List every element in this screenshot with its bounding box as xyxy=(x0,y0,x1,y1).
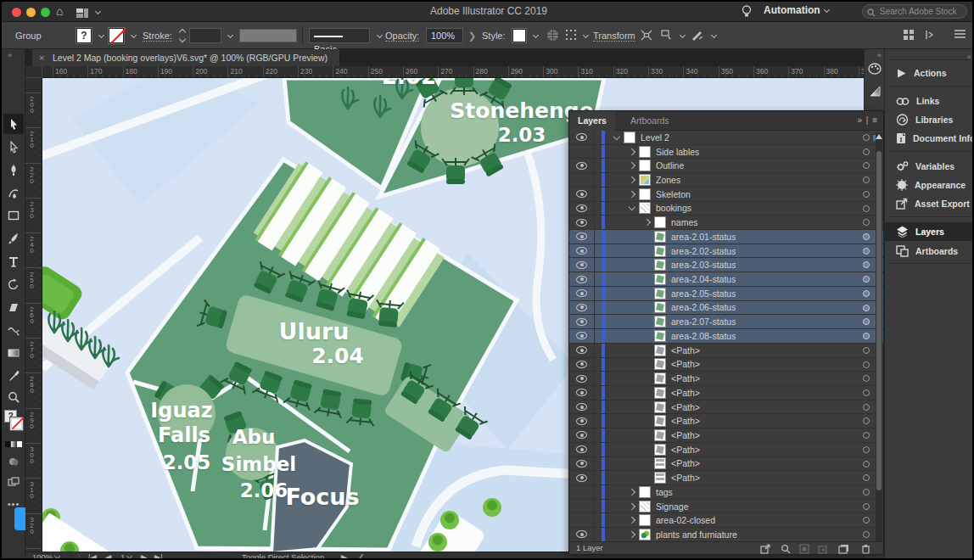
play-hint-icon[interactable]: ▶ xyxy=(341,552,347,560)
pen-tool[interactable] xyxy=(3,160,24,180)
visibility-eye-icon[interactable] xyxy=(569,315,595,328)
layer-target-circle[interactable] xyxy=(863,503,870,510)
fill-stroke-proxy[interactable]: ? xyxy=(4,410,23,432)
new-sublayer-icon[interactable] xyxy=(817,543,829,554)
color-panel-icon[interactable] xyxy=(867,61,882,76)
curvature-tool[interactable] xyxy=(3,182,24,203)
layer-row[interactable]: <Path> xyxy=(569,344,883,358)
dock-item-layers[interactable]: Layers xyxy=(885,222,974,241)
visibility-empty-cell[interactable] xyxy=(569,485,595,499)
visibility-eye-icon[interactable] xyxy=(569,414,595,428)
layer-label[interactable]: area-2.06-status xyxy=(671,302,736,312)
layer-target-circle[interactable] xyxy=(863,219,870,226)
layer-thumbnail[interactable] xyxy=(654,301,666,313)
layer-label[interactable]: area-2.03-status xyxy=(671,260,736,270)
layer-target-circle[interactable] xyxy=(863,248,870,255)
expand-chevron-icon[interactable] xyxy=(627,204,639,212)
eyedropper-tool[interactable] xyxy=(3,366,24,386)
tab-layers[interactable]: Layers xyxy=(569,111,615,131)
visibility-eye-icon[interactable] xyxy=(569,443,595,456)
rotate-tool[interactable] xyxy=(3,274,24,294)
gradient-panel-icon[interactable] xyxy=(867,83,882,98)
layer-label[interactable]: <Path> xyxy=(671,373,700,384)
tab-artboards[interactable]: Artboards xyxy=(622,111,678,131)
layer-thumbnail[interactable] xyxy=(654,273,666,285)
locate-object-icon[interactable] xyxy=(780,543,792,554)
layer-thumbnail[interactable] xyxy=(654,372,666,384)
layer-row[interactable]: Outline xyxy=(569,159,883,173)
layer-thumbnail[interactable] xyxy=(639,501,651,512)
layer-thumbnail[interactable] xyxy=(654,344,666,356)
layer-row[interactable]: <Path> xyxy=(569,386,883,400)
layer-thumbnail[interactable] xyxy=(654,288,666,300)
visibility-eye-icon[interactable] xyxy=(569,202,595,216)
layer-target-circle[interactable] xyxy=(863,162,870,169)
visibility-eye-icon[interactable] xyxy=(569,428,595,442)
stroke-weight-stepper[interactable] xyxy=(178,28,187,43)
dock-item-document-info[interactable]: Document Info xyxy=(885,129,974,148)
stroke-label[interactable]: Stroke: xyxy=(143,31,172,42)
dock-item-asset-export[interactable]: Asset Export xyxy=(885,194,974,213)
visibility-eye-icon[interactable] xyxy=(569,372,595,385)
fill-color-swatch[interactable]: ? xyxy=(76,28,92,43)
visibility-eye-icon[interactable] xyxy=(569,301,595,315)
eraser-tool[interactable] xyxy=(3,297,24,317)
layer-thumbnail[interactable] xyxy=(654,231,666,243)
layer-label[interactable]: <Path> xyxy=(671,402,700,412)
graphic-style-pen-icon[interactable] xyxy=(691,29,704,43)
expand-chevron-icon[interactable] xyxy=(612,133,624,142)
layer-target-circle[interactable] xyxy=(863,261,870,268)
layer-row[interactable]: <Path> xyxy=(569,457,883,472)
first-artboard-icon[interactable]: |◀ xyxy=(88,552,97,560)
layer-target-circle[interactable] xyxy=(863,375,870,382)
layer-row[interactable]: Zones xyxy=(569,173,883,188)
layer-label[interactable]: Skeleton xyxy=(656,189,691,199)
layer-row[interactable]: area-2.01-status xyxy=(569,230,883,244)
layer-row[interactable]: Skeleton xyxy=(569,188,883,202)
stroke-color-swatch[interactable] xyxy=(109,28,124,43)
layer-label[interactable]: names xyxy=(671,217,698,227)
visibility-eye-icon[interactable] xyxy=(569,457,595,471)
visibility-eye-icon[interactable] xyxy=(569,386,595,400)
expand-chevron-icon[interactable] xyxy=(627,176,639,184)
layer-thumbnail[interactable] xyxy=(654,444,666,456)
layers-scrollbar[interactable] xyxy=(876,132,882,541)
hint-back-icon[interactable]: ❮ xyxy=(358,552,365,560)
screen-mode-icon[interactable] xyxy=(3,472,24,492)
lightbulb-icon[interactable] xyxy=(742,5,752,21)
expand-chevron-icon[interactable] xyxy=(627,488,639,496)
workspace-dropdown[interactable]: Automation xyxy=(764,4,830,16)
dock-menu-icon[interactable] xyxy=(954,29,966,41)
layer-target-circle[interactable] xyxy=(863,333,870,339)
layer-row[interactable]: area-2.02-status xyxy=(569,244,883,259)
panel-menu-icon[interactable]: ≡ xyxy=(872,115,878,125)
layer-target-circle[interactable] xyxy=(863,446,870,453)
draw-mode-icon[interactable] xyxy=(3,451,24,472)
visibility-eye-icon[interactable] xyxy=(569,329,595,343)
layer-target-circle[interactable] xyxy=(863,205,870,212)
ruler-corner[interactable] xyxy=(25,66,42,78)
layer-label[interactable]: plants and furniature xyxy=(656,529,737,540)
document-tab[interactable]: × Level 2 Map (booking overlays)V6.svg* … xyxy=(32,49,340,66)
stroke-chevron-icon[interactable] xyxy=(131,33,137,39)
expand-chevron-icon[interactable] xyxy=(627,148,639,156)
layer-thumbnail[interactable] xyxy=(639,529,651,540)
scroll-up-icon[interactable] xyxy=(876,134,882,139)
layer-row[interactable]: <Path> xyxy=(569,414,883,428)
transform-link[interactable]: Transform xyxy=(593,31,635,42)
layer-label[interactable]: area-2.01-status xyxy=(671,232,736,242)
layer-row[interactable]: <Path> xyxy=(569,358,883,372)
shape-flag-icon[interactable] xyxy=(660,29,674,43)
layer-target-circle[interactable] xyxy=(863,404,870,411)
expand-chevron-icon[interactable] xyxy=(627,516,639,524)
layer-thumbnail[interactable] xyxy=(639,146,651,158)
layer-row[interactable]: Signage xyxy=(569,500,883,514)
visibility-eye-icon[interactable] xyxy=(569,159,595,172)
layer-thumbnail[interactable] xyxy=(654,401,666,413)
brush-definition-dropdown[interactable]: Basic xyxy=(309,28,370,43)
layer-thumbnail[interactable] xyxy=(654,259,666,271)
layer-thumbnail[interactable] xyxy=(654,358,666,370)
fill-chevron-icon[interactable] xyxy=(98,33,104,39)
layer-label[interactable]: area-02-closed xyxy=(656,515,715,525)
layer-row[interactable]: area-02-closed xyxy=(569,513,883,528)
